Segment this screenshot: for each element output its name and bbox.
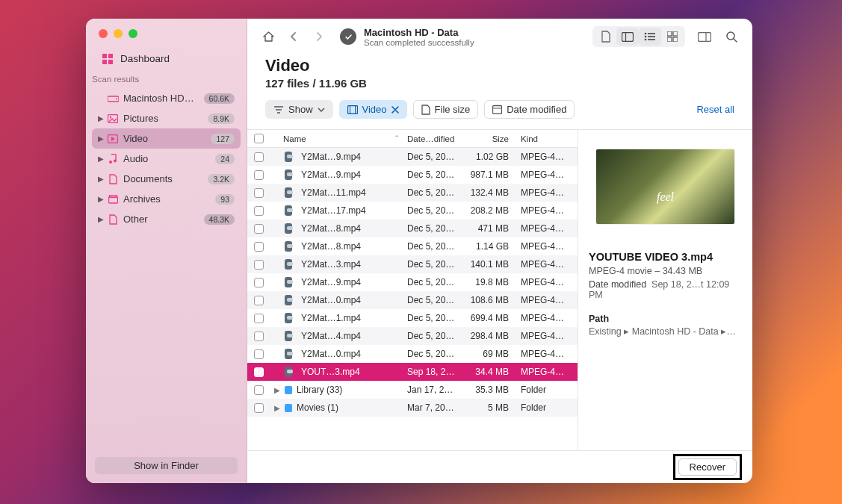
table-row[interactable]: Y2Mat…9.mp4Dec 5, 20…987.1 MBMPEG-4… xyxy=(247,166,578,184)
row-checkbox[interactable] xyxy=(254,152,264,162)
sidebar-item-documents[interactable]: ▶ Documents 3.2K xyxy=(92,169,241,189)
chevron-right-icon[interactable]: ▶ xyxy=(98,134,102,143)
movie-file-icon xyxy=(285,313,292,323)
date-modified-filter-button[interactable]: Date modified xyxy=(484,100,575,119)
view-list-button[interactable] xyxy=(639,28,661,46)
panel-toggle-button[interactable] xyxy=(694,28,715,46)
column-kind[interactable]: Kind xyxy=(516,130,578,147)
row-date: Mar 7, 20… xyxy=(403,402,464,413)
column-size[interactable]: Size xyxy=(464,130,516,147)
row-size: 132.4 MB xyxy=(464,187,516,198)
movie-file-icon xyxy=(285,331,292,341)
row-kind: Folder xyxy=(516,402,578,413)
table-row[interactable]: Y2Mat…8.mp4Dec 5, 20…1.14 GBMPEG-4… xyxy=(247,237,578,255)
home-button[interactable] xyxy=(258,28,279,46)
minimize-window-icon[interactable] xyxy=(114,29,123,38)
details-panel: YOUTUBE VIDEO 3.mp4 MPEG-4 movie – 34.43… xyxy=(578,130,752,450)
zoom-window-icon[interactable] xyxy=(129,29,137,38)
table-row[interactable]: Y2Mat…11.mp4Dec 5, 20…132.4 MBMPEG-4… xyxy=(247,184,578,202)
date-modified-label: Date modified xyxy=(507,104,566,115)
row-kind: MPEG-4… xyxy=(516,295,578,305)
row-checkbox[interactable] xyxy=(254,367,264,377)
file-size-filter-button[interactable]: File size xyxy=(413,100,479,119)
row-kind: MPEG-4… xyxy=(516,169,578,180)
movie-file-icon xyxy=(285,277,292,287)
row-kind: MPEG-4… xyxy=(516,349,578,359)
table-row[interactable]: Y2Mat…17.mp4Dec 5, 20…208.2 MBMPEG-4… xyxy=(247,202,578,220)
row-checkbox[interactable] xyxy=(254,296,264,305)
recover-button[interactable]: Recover xyxy=(678,458,737,476)
row-checkbox[interactable] xyxy=(254,224,264,234)
chevron-right-icon[interactable]: ▶ xyxy=(98,175,102,183)
sidebar-dashboard[interactable]: Dashboard xyxy=(86,49,247,75)
row-name: Y2Mat…4.mp4 xyxy=(297,331,403,341)
row-name: Library (33) xyxy=(297,385,403,395)
row-name: Y2Mat…11.mp4 xyxy=(297,187,403,198)
sidebar-item-other[interactable]: ▶ Other 48.3K xyxy=(92,209,241,229)
recover-highlight: Recover xyxy=(673,454,742,480)
expand-toggle[interactable]: ▶ xyxy=(270,386,280,394)
row-kind: MPEG-4… xyxy=(516,152,578,162)
row-checkbox[interactable] xyxy=(254,314,264,323)
show-filter-button[interactable]: Show xyxy=(265,100,333,119)
svg-point-11 xyxy=(645,33,647,35)
table-row[interactable]: YOUT…3.mp4Sep 18, 2…34.4 MBMPEG-4… xyxy=(247,363,578,381)
table-row[interactable]: Y2Mat…0.mp4Dec 5, 20…69 MBMPEG-4… xyxy=(247,345,578,363)
window-controls xyxy=(86,19,247,49)
movie-file-icon xyxy=(285,169,292,180)
row-kind: MPEG-4… xyxy=(516,313,578,323)
column-name[interactable]: Name ˆ xyxy=(270,130,403,147)
table-row[interactable]: Y2Mat…9.mp4Dec 5, 20…19.8 MBMPEG-4… xyxy=(247,273,578,291)
header-checkbox[interactable] xyxy=(247,130,270,147)
chevron-right-icon[interactable]: ▶ xyxy=(98,195,102,203)
sidebar-item-audio[interactable]: ▶ Audio 24 xyxy=(92,149,241,169)
view-icon-button[interactable] xyxy=(594,28,616,46)
view-column-button[interactable] xyxy=(616,28,639,46)
table-row[interactable]: Y2Mat…9.mp4Dec 5, 20…1.02 GBMPEG-4… xyxy=(247,148,578,166)
chevron-right-icon[interactable]: ▶ xyxy=(98,114,102,122)
row-checkbox[interactable] xyxy=(254,278,264,287)
row-checkbox[interactable] xyxy=(254,260,264,270)
clear-filter-icon[interactable] xyxy=(391,106,399,113)
show-in-finder-button[interactable]: Show in Finder xyxy=(95,457,238,474)
row-name: Y2Mat…9.mp4 xyxy=(297,152,403,162)
close-window-icon[interactable] xyxy=(99,29,108,38)
file-size-label: File size xyxy=(435,104,471,115)
table-row[interactable]: Y2Mat…8.mp4Dec 5, 20…471 MBMPEG-4… xyxy=(247,220,578,237)
row-checkbox[interactable] xyxy=(254,385,264,395)
row-size: 987.1 MB xyxy=(464,169,516,180)
chevron-right-icon[interactable]: ▶ xyxy=(98,155,102,163)
svg-point-5 xyxy=(109,161,112,164)
row-checkbox[interactable] xyxy=(254,349,264,359)
row-checkbox[interactable] xyxy=(254,242,264,252)
row-checkbox[interactable] xyxy=(254,206,264,216)
sidebar-item-pictures[interactable]: ▶ Pictures 8.9K xyxy=(92,108,241,128)
sidebar-list: ▶ Macintosh HD -… 60.6K ▶ Pictures 8.9K … xyxy=(86,87,247,231)
row-checkbox[interactable] xyxy=(254,188,264,198)
sidebar-item-archives[interactable]: ▶ Archives 93 xyxy=(92,189,241,209)
table-row[interactable]: ▶Library (33)Jan 17, 2…35.3 MBFolder xyxy=(247,381,578,399)
row-checkbox[interactable] xyxy=(254,403,264,413)
row-date: Dec 5, 20… xyxy=(403,313,464,323)
table-row[interactable]: Y2Mat…4.mp4Dec 5, 20…298.4 MBMPEG-4… xyxy=(247,327,578,345)
svg-point-6 xyxy=(114,159,117,162)
table-row[interactable]: Y2Mat…1.mp4Dec 5, 20…699.4 MBMPEG-4… xyxy=(247,309,578,327)
table-row[interactable]: Y2Mat…3.mp4Dec 5, 20…140.1 MBMPEG-4… xyxy=(247,255,578,273)
search-button[interactable] xyxy=(721,28,742,46)
table-row[interactable]: ▶Movies (1)Mar 7, 20…5 MBFolder xyxy=(247,399,578,417)
view-grid-button[interactable] xyxy=(661,28,684,46)
row-checkbox[interactable] xyxy=(254,170,264,180)
sidebar-disk[interactable]: ▶ Macintosh HD -… 60.6K xyxy=(92,88,241,108)
file-table: Name ˆ Date…dified Size Kind Y2Mat…9.mp4… xyxy=(247,130,578,450)
video-filter-chip[interactable]: Video xyxy=(339,100,407,119)
column-date[interactable]: Date…dified xyxy=(403,130,464,147)
row-checkbox[interactable] xyxy=(254,332,264,341)
table-row[interactable]: Y2Mat…0.mp4Dec 5, 20…108.6 MBMPEG-4… xyxy=(247,291,578,309)
row-size: 108.6 MB xyxy=(464,295,516,305)
back-button[interactable] xyxy=(283,28,304,46)
sidebar-item-video[interactable]: ▶ Video 127 xyxy=(92,128,241,149)
chevron-right-icon[interactable]: ▶ xyxy=(98,215,102,223)
expand-toggle[interactable]: ▶ xyxy=(270,404,280,412)
forward-button[interactable] xyxy=(309,28,329,46)
reset-all-link[interactable]: Reset all xyxy=(696,104,734,115)
